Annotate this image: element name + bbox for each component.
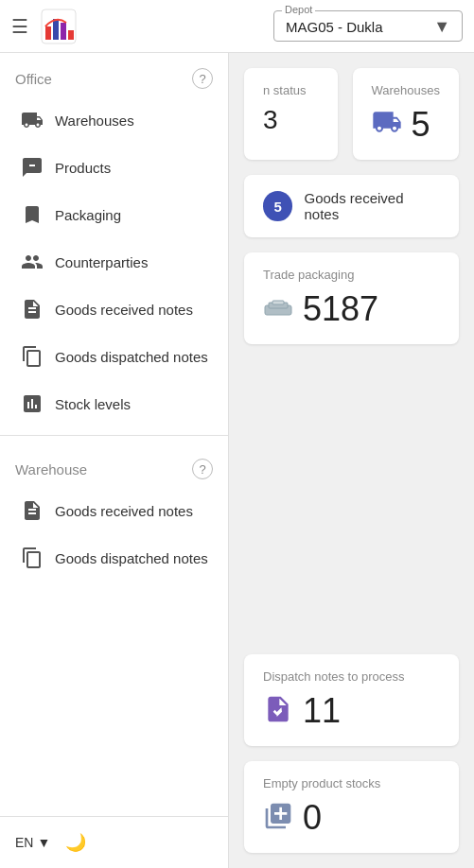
warehouses-card-value: 5 — [372, 105, 441, 145]
status-card: n status 3 — [244, 68, 338, 160]
sidebar-item-stock-levels[interactable]: Stock levels — [4, 381, 224, 426]
office-help-icon[interactable]: ? — [192, 68, 213, 89]
depot-value: MAG05 - Dukla ▼ — [286, 15, 450, 37]
svg-rect-1 — [45, 26, 51, 40]
status-card-value: 3 — [263, 105, 319, 135]
app-logo — [40, 8, 78, 45]
sidebar-item-gdn-warehouse[interactable]: Goods dispatched notes — [4, 535, 224, 581]
warehouses-card-number: 5 — [412, 105, 430, 145]
dispatch-notes-value: 11 — [263, 691, 440, 731]
depot-selector[interactable]: Depot MAG05 - Dukla ▼ — [273, 10, 463, 42]
warehouse-section-header: Warehouse ? — [0, 443, 228, 487]
grn-badge-label: Goods received notes — [304, 190, 440, 222]
sidebar-item-products-label: Products — [55, 160, 111, 176]
sidebar-item-warehouses[interactable]: Warehouses — [4, 97, 224, 143]
main-layout: Office ? Warehouses Products Packaging — [0, 53, 474, 868]
products-icon — [19, 154, 45, 181]
status-card-number: 3 — [263, 105, 278, 135]
stock-levels-icon — [19, 391, 45, 417]
empty-stocks-card: Empty product stocks 0 — [244, 761, 459, 853]
language-label: EN — [15, 835, 33, 850]
sidebar-item-grn-warehouse-label: Goods received notes — [55, 503, 193, 519]
dispatch-notes-label: Dispatch notes to process — [263, 669, 440, 684]
trade-packaging-card: Trade packaging 5187 — [244, 252, 459, 344]
office-section-header: Office ? — [0, 53, 228, 96]
grn-office-icon — [19, 296, 45, 322]
header: ☰ Depot MAG05 - Dukla ▼ — [0, 0, 474, 53]
sidebar-item-grn-office[interactable]: Goods received notes — [4, 286, 224, 332]
svg-rect-4 — [68, 30, 74, 40]
trade-packaging-icon — [263, 294, 293, 324]
main-content: n status 3 Warehouses 5 5 Goods r — [229, 53, 474, 868]
sidebar-item-packaging-label: Packaging — [55, 207, 121, 223]
svg-rect-7 — [272, 301, 284, 304]
gdn-warehouse-icon — [19, 545, 45, 571]
empty-stocks-number: 0 — [303, 798, 322, 838]
empty-stocks-label: Empty product stocks — [263, 776, 440, 790]
svg-rect-2 — [53, 19, 59, 40]
sidebar: Office ? Warehouses Products Packaging — [0, 53, 229, 868]
warehouse-icon — [19, 107, 45, 133]
dispatch-notes-icon — [263, 694, 293, 728]
menu-icon[interactable]: ☰ — [11, 15, 28, 38]
sidebar-item-gdn-warehouse-label: Goods dispatched notes — [55, 550, 208, 566]
sidebar-item-gdn-office[interactable]: Goods dispatched notes — [4, 334, 224, 379]
status-card-label: n status — [263, 83, 319, 97]
sidebar-item-stock-levels-label: Stock levels — [55, 396, 131, 412]
sidebar-divider — [0, 435, 228, 436]
sidebar-item-gdn-office-label: Goods dispatched notes — [55, 349, 208, 365]
trade-packaging-number: 5187 — [303, 289, 378, 329]
trade-packaging-label: Trade packaging — [263, 268, 440, 282]
warehouse-help-icon[interactable]: ? — [192, 459, 213, 479]
spacer — [244, 359, 459, 639]
warehouses-card-label: Warehouses — [372, 83, 441, 97]
grn-warehouse-icon — [19, 497, 45, 524]
empty-stocks-icon — [263, 801, 293, 835]
warehouse-section-title: Warehouse — [15, 461, 87, 477]
grn-badge-card[interactable]: 5 Goods received notes — [244, 175, 459, 237]
sidebar-item-products[interactable]: Products — [4, 145, 224, 190]
grn-badge-count: 5 — [263, 191, 292, 221]
top-card-row: n status 3 Warehouses 5 — [244, 68, 459, 160]
depot-label: Depot — [282, 4, 315, 15]
language-selector[interactable]: EN ▼ — [15, 835, 50, 850]
sidebar-footer: EN ▼ 🌙 — [0, 816, 228, 868]
empty-stocks-value: 0 — [263, 798, 440, 838]
sidebar-item-grn-office-label: Goods received notes — [55, 302, 193, 318]
sidebar-item-warehouses-label: Warehouses — [55, 113, 134, 129]
warehouses-card: Warehouses 5 — [353, 68, 460, 160]
sidebar-item-counterparties[interactable]: Counterparties — [4, 239, 224, 285]
warehouses-card-icon — [372, 107, 402, 144]
grn-badge-content: 5 Goods received notes — [263, 190, 440, 222]
svg-rect-3 — [61, 23, 66, 40]
depot-arrow: ▼ — [433, 17, 450, 37]
packaging-icon — [19, 201, 45, 228]
language-arrow: ▼ — [37, 835, 50, 850]
office-section-title: Office — [15, 71, 52, 87]
sidebar-item-grn-warehouse[interactable]: Goods received notes — [4, 488, 224, 533]
dispatch-notes-number: 11 — [303, 691, 341, 731]
counterparties-icon — [19, 249, 45, 275]
trade-packaging-value: 5187 — [263, 289, 440, 329]
dark-mode-button[interactable]: 🌙 — [65, 832, 86, 853]
sidebar-item-packaging[interactable]: Packaging — [4, 192, 224, 237]
dispatch-notes-card: Dispatch notes to process 11 — [244, 654, 459, 746]
gdn-office-icon — [19, 343, 45, 370]
sidebar-item-counterparties-label: Counterparties — [55, 254, 148, 270]
